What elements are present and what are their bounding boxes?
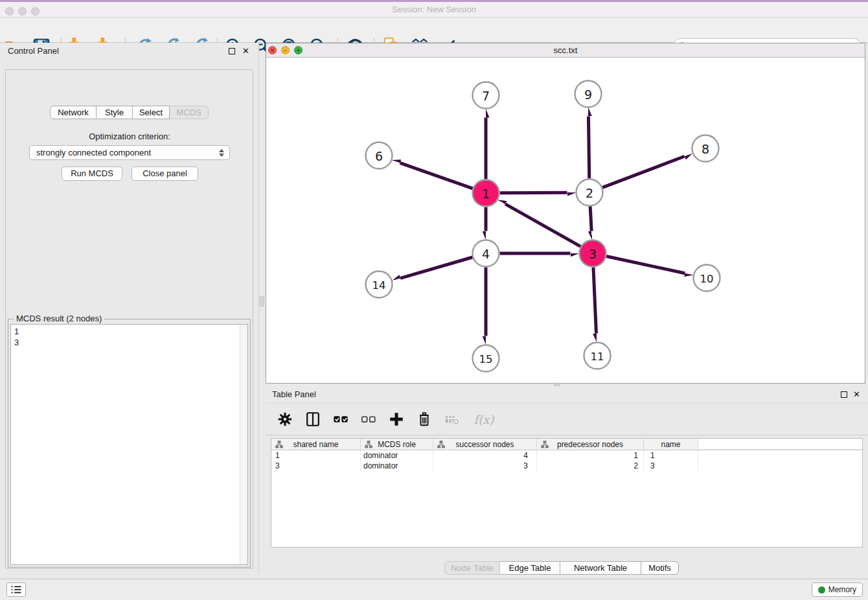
graph-node-6[interactable]: 6 bbox=[366, 143, 393, 169]
table-tab-node-table[interactable]: Node Table bbox=[444, 561, 500, 575]
graph-node-2[interactable]: 2 bbox=[577, 179, 603, 206]
network-maximize-button[interactable]: + bbox=[294, 46, 303, 54]
gear-icon bbox=[277, 411, 293, 428]
table-cell[interactable]: 1 bbox=[537, 450, 644, 461]
svg-text:4: 4 bbox=[482, 247, 490, 261]
mcds-result-title: MCDS result (2 nodes) bbox=[14, 314, 104, 323]
svg-text:2: 2 bbox=[586, 186, 593, 200]
graph-node-3[interactable]: 3 bbox=[580, 240, 606, 267]
result-item[interactable]: 1 bbox=[14, 326, 240, 337]
graph-edge-4-14[interactable] bbox=[400, 257, 472, 278]
table-tab-motifs[interactable]: Motifs bbox=[641, 561, 679, 575]
app-title: Session: New Session bbox=[0, 2, 868, 17]
graph-edge-1-2[interactable] bbox=[499, 192, 567, 193]
table-row[interactable]: 3dominator323 bbox=[271, 461, 862, 471]
float-panel-icon[interactable] bbox=[229, 48, 235, 54]
graph-node-11[interactable]: 11 bbox=[584, 343, 611, 369]
graph-node-8[interactable]: 8 bbox=[692, 135, 719, 162]
network-window-title: scc.txt bbox=[266, 43, 865, 57]
table-cell[interactable]: dominator bbox=[361, 450, 433, 461]
control-panel-title: Control Panel bbox=[8, 43, 59, 60]
task-history-button[interactable] bbox=[6, 583, 26, 597]
column-header-shared-name[interactable]: shared name bbox=[271, 439, 361, 450]
table-cell[interactable]: 2 bbox=[537, 461, 644, 471]
close-window-button[interactable] bbox=[5, 7, 14, 16]
run-mcds-button[interactable]: Run MCDS bbox=[62, 167, 122, 181]
result-scrollbar[interactable] bbox=[240, 325, 247, 564]
column-header-name[interactable]: name bbox=[644, 439, 698, 450]
table-cell[interactable]: 1 bbox=[644, 450, 698, 461]
graph-node-15[interactable]: 15 bbox=[473, 345, 499, 372]
graph-edge-3-11[interactable] bbox=[593, 267, 597, 333]
table-row[interactable]: 1dominator411 bbox=[271, 450, 862, 461]
svg-text:8: 8 bbox=[702, 142, 709, 156]
table-panel: Table Panel ✕ bbox=[266, 386, 868, 574]
table-toolbar: f(x) bbox=[266, 403, 868, 435]
network-graph-canvas[interactable]: 1234678910111415 bbox=[266, 58, 865, 383]
column-header-predecessor-nodes[interactable]: predecessor nodes bbox=[537, 439, 644, 450]
tab-mcds[interactable]: MCDS bbox=[170, 106, 209, 119]
graph-edge-2-8[interactable] bbox=[602, 156, 685, 187]
table-cell[interactable]: 3 bbox=[433, 461, 537, 471]
node-table[interactable]: shared nameMCDS rolesuccessor nodesprede… bbox=[271, 438, 863, 548]
mcds-result-list[interactable]: 13 bbox=[10, 324, 248, 565]
svg-text:14: 14 bbox=[372, 279, 386, 292]
tab-style[interactable]: Style bbox=[97, 106, 133, 119]
table-panel-title: Table Panel bbox=[272, 386, 316, 403]
column-header-successor-nodes[interactable]: successor nodes bbox=[433, 439, 537, 450]
graph-node-4[interactable]: 4 bbox=[473, 240, 499, 267]
table-settings-button[interactable] bbox=[276, 410, 294, 428]
close-panel-button[interactable]: Close panel bbox=[131, 167, 198, 181]
mcds-result-group: MCDS result (2 nodes) 13 bbox=[8, 319, 251, 568]
memory-button[interactable]: Memory bbox=[812, 583, 863, 597]
main-toolbar bbox=[0, 17, 868, 43]
tab-network[interactable]: Network bbox=[50, 106, 97, 119]
deselect-all-button[interactable] bbox=[360, 410, 378, 428]
graph-edge-3-1[interactable] bbox=[505, 204, 580, 247]
graph-edge-1-6[interactable] bbox=[400, 163, 473, 188]
table-tab-edge-table[interactable]: Edge Table bbox=[500, 561, 560, 575]
function-builder-button-disabled: f(x) bbox=[471, 410, 497, 428]
attribute-flow-icon bbox=[541, 441, 549, 448]
network-close-button[interactable]: ✕ bbox=[268, 46, 277, 54]
result-item[interactable]: 3 bbox=[14, 337, 240, 348]
app-titlebar: Session: New Session bbox=[0, 2, 868, 17]
graph-node-1[interactable]: 1 bbox=[473, 180, 499, 207]
minimize-window-button[interactable] bbox=[18, 7, 27, 16]
table-cell[interactable]: dominator bbox=[361, 461, 433, 471]
column-header-mcds-role[interactable]: MCDS role bbox=[361, 439, 433, 450]
table-cell[interactable]: 3 bbox=[271, 461, 361, 471]
graph-node-7[interactable]: 7 bbox=[473, 82, 499, 109]
optimization-criterion-label: Optimization criterion: bbox=[0, 132, 259, 141]
table-cell[interactable]: 4 bbox=[433, 450, 537, 461]
columns-icon bbox=[304, 411, 321, 428]
tab-select[interactable]: Select bbox=[133, 106, 170, 119]
create-column-button[interactable] bbox=[387, 410, 405, 428]
graph-edge-2-9[interactable] bbox=[588, 116, 589, 178]
graph-edge-3-10[interactable] bbox=[606, 257, 685, 273]
table-cell[interactable]: 3 bbox=[644, 461, 698, 471]
graph-edge-2-3[interactable] bbox=[590, 206, 591, 231]
table-cell[interactable]: 1 bbox=[271, 450, 361, 461]
control-panel-header: Control Panel ✕ bbox=[0, 43, 258, 60]
attribute-flow-icon bbox=[275, 441, 283, 448]
criterion-dropdown[interactable]: strongly connected component bbox=[29, 145, 230, 160]
graph-node-9[interactable]: 9 bbox=[575, 81, 602, 108]
graph-node-10[interactable]: 10 bbox=[694, 265, 720, 292]
criterion-value: strongly connected component bbox=[30, 148, 216, 157]
select-all-button[interactable] bbox=[332, 410, 350, 428]
maximize-window-button[interactable] bbox=[31, 7, 40, 16]
show-column-panel-button[interactable] bbox=[304, 410, 322, 428]
float-table-panel-icon[interactable] bbox=[841, 391, 847, 398]
delete-row-button[interactable] bbox=[415, 410, 433, 428]
table-tab-network-table[interactable]: Network Table bbox=[560, 561, 641, 575]
dropdown-stepper-icon bbox=[216, 149, 229, 157]
svg-text:7: 7 bbox=[482, 89, 490, 103]
close-panel-icon[interactable]: ✕ bbox=[242, 43, 249, 60]
graph-node-14[interactable]: 14 bbox=[366, 271, 393, 298]
network-minimize-button[interactable]: − bbox=[281, 46, 290, 54]
network-window-titlebar[interactable]: ✕ − + scc.txt bbox=[266, 43, 865, 58]
checked-boxes-icon bbox=[332, 411, 349, 428]
close-table-panel-icon[interactable]: ✕ bbox=[853, 386, 860, 403]
vertical-splitter-grip[interactable] bbox=[260, 296, 264, 306]
